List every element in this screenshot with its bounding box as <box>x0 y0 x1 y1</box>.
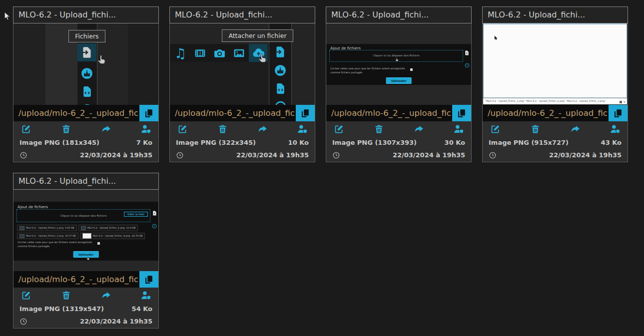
chip-thumbnail <box>19 234 24 238</box>
file-path: /upload/mlo-6_2_-_upload_fic <box>13 105 139 121</box>
share-button[interactable] <box>413 123 425 135</box>
question-icon <box>152 224 157 229</box>
card-actions <box>483 121 628 136</box>
hand-cursor-icon <box>257 52 269 64</box>
clock-icon <box>19 151 27 159</box>
file-info: Image PNG (1319x547) <box>19 305 104 313</box>
clear-list-button: Vider la liste <box>124 212 148 217</box>
music-note-icon: ♫ <box>174 46 186 60</box>
user-shield-icon <box>141 124 151 134</box>
file-thumbnail[interactable]: ♫ Attacher un fichier <box>170 23 315 105</box>
edit-button[interactable] <box>176 123 188 135</box>
thumb-horizontal-toolbar: ♫ <box>170 44 269 62</box>
chip-thumbnail <box>19 226 24 230</box>
card-actions <box>13 288 158 303</box>
chip-name: MLO-6.2 - Upload_fichier_1.png <box>26 227 63 229</box>
file-import-icon <box>274 45 287 58</box>
edit-icon <box>490 124 501 134</box>
file-meta: Image PNG (1307x393) 30 Ko <box>326 136 471 149</box>
copy-path-button[interactable] <box>452 105 471 121</box>
clock-icon <box>332 151 340 159</box>
trash-icon <box>61 290 71 301</box>
copy-icon <box>613 108 624 119</box>
edit-icon <box>21 290 31 301</box>
file-meta: Image PNG (1319x547) 54 Ko <box>13 303 158 315</box>
delete-button[interactable] <box>529 123 541 135</box>
file-thumbnail[interactable]: Ajout de fichiers Cliquer ici ou déposer… <box>326 23 471 105</box>
castle-icon <box>80 67 93 80</box>
mouse-cursor-icon <box>494 35 499 40</box>
trash-icon <box>530 124 541 134</box>
tooltip: Fichiers <box>68 30 105 42</box>
camera-icon <box>213 47 226 59</box>
share-button[interactable] <box>569 123 581 135</box>
delete-button[interactable] <box>60 123 72 135</box>
castle-icon <box>274 64 287 77</box>
copy-path-button[interactable] <box>609 105 628 121</box>
trash-icon <box>374 124 384 134</box>
file-path: /upload/mlo-6_2_-_upload_fic <box>13 271 139 288</box>
permissions-button[interactable] <box>453 123 465 135</box>
share-button[interactable] <box>100 289 112 301</box>
circle-icon <box>81 103 93 105</box>
file-date-row: 22/03/2024 à 19h35 <box>170 149 315 161</box>
file-chip: MLO-6.2 - Upload_fichier_1.png 6.65 KB <box>17 225 77 231</box>
file-card: MLO-6.2 - Upload_fichi... Ajout de fichi… <box>326 6 472 162</box>
mouse-cursor-icon <box>2 11 12 21</box>
edit-button[interactable] <box>489 123 501 135</box>
picture-icon <box>233 47 245 59</box>
file-input-value: "MLO-6.2 - Upload_fichier_1.png" "MLO-6.… <box>485 100 606 102</box>
file-meta: Image PNG (915x727) 43 Ko <box>483 136 628 149</box>
file-chip: MLO-6.2 - Upload_fichier_4.png 42.78 KB <box>80 233 145 239</box>
delete-button[interactable] <box>216 123 228 135</box>
file-thumbnail[interactable]: "MLO-6.2 - Upload_fichier_1.png" "MLO-6.… <box>483 23 628 105</box>
chip-size: 42.78 KB <box>132 235 143 237</box>
permissions-button[interactable] <box>609 123 621 135</box>
file-card-grid: MLO-6.2 - Upload_fichi... Fichiers /uplo… <box>13 6 643 336</box>
delete-button[interactable] <box>60 289 72 301</box>
edit-icon <box>21 124 31 134</box>
clock-icon <box>176 151 184 159</box>
file-date: 22/03/2024 à 19h35 <box>80 318 152 325</box>
file-date-row: 22/03/2024 à 19h35 <box>13 149 158 161</box>
file-size: 30 Ko <box>445 139 465 146</box>
checkbox <box>97 242 100 245</box>
card-actions <box>13 121 158 136</box>
film-icon <box>194 47 206 59</box>
edit-button[interactable] <box>20 289 32 301</box>
edit-button[interactable] <box>333 123 345 135</box>
file-info: Image PNG (322x345) <box>176 139 256 146</box>
share-button[interactable] <box>100 123 112 135</box>
file-thumbnail[interactable]: Fichiers <box>13 23 158 105</box>
delete-button[interactable] <box>373 123 385 135</box>
file-size: 54 Ko <box>132 305 152 313</box>
copy-path-button[interactable] <box>139 271 158 288</box>
user-shield-icon <box>454 124 464 134</box>
copy-path-button[interactable] <box>296 105 315 121</box>
edit-button[interactable] <box>20 123 32 135</box>
permissions-button[interactable] <box>140 123 152 135</box>
file-card: MLO-6.2 - Upload_fichi... Fichiers /uplo… <box>13 6 159 162</box>
file-thumbnail[interactable]: Ajout de fichiers Cliquer ici ou déposer… <box>13 190 158 271</box>
file-path: /upload/mlo-6_2_-_upload_fic <box>326 105 452 121</box>
share-icon <box>101 290 111 301</box>
file-info: Image PNG (181x345) <box>19 139 99 146</box>
file-meta: Image PNG (322x345) 10 Ko <box>170 136 315 149</box>
checkbox <box>410 68 413 71</box>
file-size: 10 Ko <box>288 139 309 146</box>
thumb-upload-form: Ajout de fichiers Cliquer ici ou déposer… <box>326 44 471 85</box>
checkbox-label: Cocher cette case pour que les fichiers … <box>330 66 406 75</box>
permissions-button[interactable] <box>296 123 308 135</box>
document-download-icon <box>464 49 470 56</box>
permissions-button[interactable] <box>140 289 152 301</box>
copy-icon <box>300 108 311 119</box>
file-date: 22/03/2024 à 19h35 <box>236 151 309 159</box>
path-row: /upload/mlo-6_2_-_upload_fic <box>13 105 158 121</box>
trash-icon <box>217 124 228 134</box>
copy-path-button[interactable] <box>139 105 158 121</box>
file-meta: Image PNG (181x345) 7 Ko <box>13 136 158 149</box>
form-legend: Ajout de fichiers <box>17 205 48 209</box>
file-size: 7 Ko <box>136 139 152 146</box>
path-row: /upload/mlo-6_2_-_upload_fic <box>13 271 158 288</box>
share-button[interactable] <box>256 123 268 135</box>
